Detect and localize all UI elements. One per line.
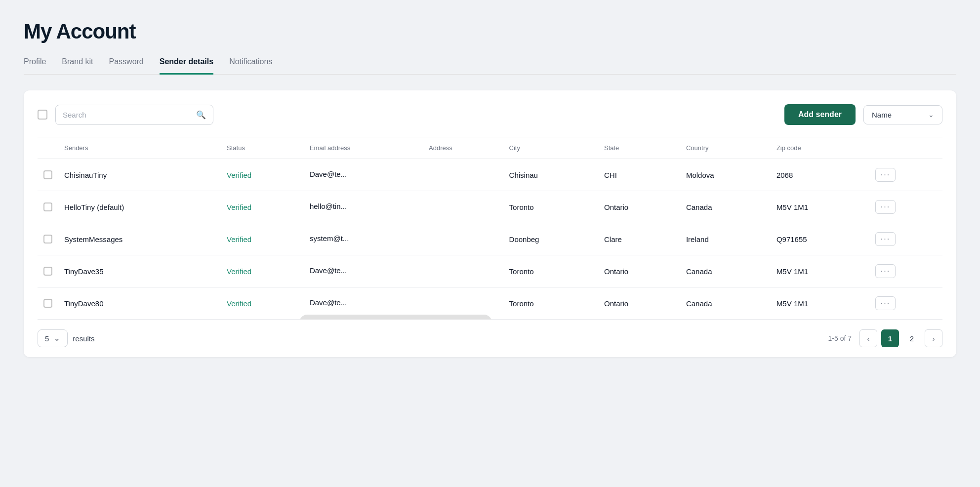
cell-state-2: Ontario [598, 191, 680, 223]
table-row: SystemMessages Verified system@t... Doon… [38, 223, 942, 255]
select-all-checkbox[interactable] [38, 110, 47, 120]
search-icon: 🔍 [196, 110, 206, 120]
col-email: Email address [304, 137, 423, 159]
cell-status-5: Verified [227, 299, 251, 308]
col-address: Address [423, 137, 503, 159]
cell-state-1: CHI [598, 159, 680, 191]
cell-status-1: Verified [227, 171, 251, 179]
cell-email-4: Dave@te... [304, 255, 423, 287]
table-wrapper: Senders Status Email address Address Cit… [38, 137, 942, 320]
col-city: City [503, 137, 598, 159]
cell-sender-5: TinyDave80 [58, 287, 221, 320]
page-2-button[interactable]: 2 [903, 329, 921, 347]
results-count: 5 [45, 334, 49, 343]
row-more-button-3[interactable]: ··· [875, 232, 896, 246]
row-more-button-5[interactable]: ··· [875, 296, 896, 310]
cell-city-3: Doonbeg [503, 223, 598, 255]
sort-dropdown[interactable]: Name ⌄ [863, 105, 942, 124]
cell-country-2: Canada [680, 191, 771, 223]
table-row: TinyDave35 Verified Dave@te... Toronto O… [38, 255, 942, 287]
senders-table: Senders Status Email address Address Cit… [38, 137, 942, 320]
results-per-page-dropdown[interactable]: 5 ⌄ [38, 329, 68, 347]
add-sender-button[interactable]: Add sender [784, 104, 856, 125]
col-status: Status [221, 137, 304, 159]
cell-address-2 [423, 191, 503, 223]
next-page-button[interactable]: › [925, 329, 942, 347]
cell-country-1: Moldova [680, 159, 771, 191]
pagination-info: 1-5 of 7 [828, 334, 852, 342]
cell-city-1: Chisinau [503, 159, 598, 191]
cell-status-3: Verified [227, 235, 251, 244]
cell-city-5: Toronto [503, 287, 598, 320]
tab-notifications[interactable]: Notifications [229, 57, 272, 75]
table-row: HelloTiny (default) Verified hello@tin..… [38, 191, 942, 223]
cell-sender-4: TinyDave35 [58, 255, 221, 287]
cell-email-3: system@t... [304, 223, 423, 255]
cell-email-1: Dave@te... [304, 159, 423, 191]
cell-state-5: Ontario [598, 287, 680, 320]
row-checkbox-5[interactable] [43, 299, 52, 308]
cell-country-5: Canada [680, 287, 771, 320]
chevron-down-icon: ⌄ [54, 334, 60, 343]
search-box: 🔍 [55, 105, 213, 125]
cell-zip-4: M5V 1M1 [771, 255, 869, 287]
col-senders: Senders [58, 137, 221, 159]
row-checkbox-3[interactable] [43, 235, 52, 244]
blur-overlay [299, 315, 492, 320]
col-actions [869, 137, 942, 159]
tab-password[interactable]: Password [109, 57, 144, 75]
cell-email-2: hello@tin... [304, 191, 423, 223]
main-card: 🔍 Add sender Name ⌄ Senders Status Email… [24, 90, 956, 357]
cell-address-4 [423, 255, 503, 287]
row-more-button-2[interactable]: ··· [875, 200, 896, 214]
cell-sender-1: ChisinauTiny [58, 159, 221, 191]
results-label: results [73, 334, 94, 343]
cell-address-1 [423, 159, 503, 191]
tab-brand-kit[interactable]: Brand kit [62, 57, 93, 75]
col-country: Country [680, 137, 771, 159]
cell-city-2: Toronto [503, 191, 598, 223]
results-select: 5 ⌄ results [38, 329, 95, 347]
cell-state-4: Ontario [598, 255, 680, 287]
tab-nav: Profile Brand kit Password Sender detail… [24, 57, 956, 75]
sort-label: Name [872, 111, 892, 119]
page-title: My Account [24, 20, 956, 43]
cell-country-3: Ireland [680, 223, 771, 255]
table-row: ChisinauTiny Verified Dave@te... Chisina… [38, 159, 942, 191]
cell-status-4: Verified [227, 267, 251, 276]
toolbar: 🔍 Add sender Name ⌄ [38, 104, 942, 125]
cell-city-4: Toronto [503, 255, 598, 287]
row-checkbox-4[interactable] [43, 267, 52, 276]
row-checkbox-2[interactable] [43, 203, 52, 211]
cell-state-3: Clare [598, 223, 680, 255]
page-1-button[interactable]: 1 [881, 329, 899, 347]
prev-page-button[interactable]: ‹ [859, 329, 877, 347]
cell-sender-3: SystemMessages [58, 223, 221, 255]
chevron-down-icon: ⌄ [928, 111, 934, 119]
col-checkbox [38, 137, 58, 159]
footer: 5 ⌄ results 1-5 of 7 ‹ 1 2 › [38, 329, 942, 347]
tab-profile[interactable]: Profile [24, 57, 46, 75]
cell-country-4: Canada [680, 255, 771, 287]
col-state: State [598, 137, 680, 159]
col-zip: Zip code [771, 137, 869, 159]
search-input[interactable] [63, 111, 192, 119]
cell-zip-5: M5V 1M1 [771, 287, 869, 320]
row-more-button-4[interactable]: ··· [875, 264, 896, 278]
cell-status-2: Verified [227, 203, 251, 211]
cell-zip-3: Q971655 [771, 223, 869, 255]
cell-sender-2: HelloTiny (default) [58, 191, 221, 223]
cell-zip-2: M5V 1M1 [771, 191, 869, 223]
pagination: 1-5 of 7 ‹ 1 2 › [828, 329, 942, 347]
table-row: TinyDave80 Verified Dave@te... Toronto O… [38, 287, 942, 320]
cell-zip-1: 2068 [771, 159, 869, 191]
tab-sender-details[interactable]: Sender details [160, 57, 213, 75]
cell-address-3 [423, 223, 503, 255]
row-checkbox-1[interactable] [43, 170, 52, 179]
row-more-button-1[interactable]: ··· [875, 168, 896, 182]
